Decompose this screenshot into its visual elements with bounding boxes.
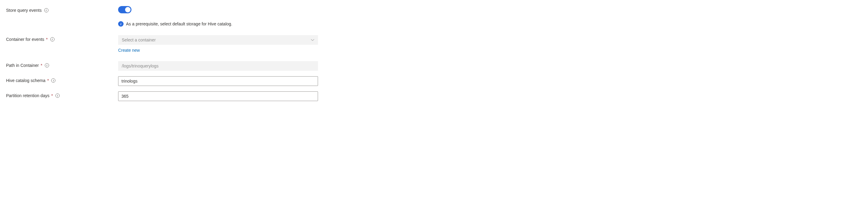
label-hive-catalog-schema: Hive catalog schema * i <box>6 76 118 83</box>
row-path-in-container: Path in Container * i /logs/trinoquerylo… <box>6 61 862 71</box>
label-text: Store query events <box>6 8 42 13</box>
required-asterisk: * <box>46 37 48 42</box>
control-hive-catalog-schema <box>118 76 318 86</box>
label-text: Hive catalog schema <box>6 78 45 83</box>
create-new-link[interactable]: Create new <box>118 48 318 53</box>
required-asterisk: * <box>47 78 49 83</box>
label-store-query-events: Store query events i <box>6 6 118 13</box>
control-store-query-events: i As a prerequisite, select default stor… <box>118 6 318 27</box>
toggle-store-query-events[interactable] <box>118 6 131 13</box>
container-select-placeholder: Select a container <box>122 37 156 42</box>
container-select[interactable]: Select a container <box>118 35 318 45</box>
required-asterisk: * <box>51 93 53 98</box>
prerequisite-text: As a prerequisite, select default storag… <box>126 22 232 26</box>
label-text: Partition retention days <box>6 93 50 98</box>
required-asterisk: * <box>40 63 42 68</box>
info-icon[interactable]: i <box>44 8 49 12</box>
partition-retention-days-input[interactable] <box>118 91 318 101</box>
prerequisite-message: i As a prerequisite, select default stor… <box>118 21 318 27</box>
info-icon[interactable]: i <box>50 37 55 41</box>
info-badge-icon: i <box>118 21 124 27</box>
path-placeholder: /logs/trinoquerylogs <box>122 64 158 68</box>
info-icon[interactable]: i <box>45 63 49 67</box>
row-store-query-events: Store query events i i As a prerequisite… <box>6 6 862 27</box>
info-icon[interactable]: i <box>55 94 60 98</box>
toggle-knob <box>125 7 130 12</box>
hive-catalog-schema-input[interactable] <box>118 76 318 86</box>
label-path-in-container: Path in Container * i <box>6 61 118 68</box>
row-container-for-events: Container for events * i Select a contai… <box>6 35 862 53</box>
label-text: Path in Container <box>6 63 39 68</box>
label-partition-retention-days: Partition retention days * i <box>6 91 118 98</box>
row-partition-retention-days: Partition retention days * i <box>6 91 862 101</box>
control-path-in-container: /logs/trinoquerylogs <box>118 61 318 71</box>
control-container-for-events: Select a container Create new <box>118 35 318 53</box>
chevron-down-icon <box>311 38 314 42</box>
row-hive-catalog-schema: Hive catalog schema * i <box>6 76 862 86</box>
label-container-for-events: Container for events * i <box>6 35 118 42</box>
path-in-container-input[interactable]: /logs/trinoquerylogs <box>118 61 318 71</box>
info-icon[interactable]: i <box>51 78 55 83</box>
label-text: Container for events <box>6 37 44 42</box>
control-partition-retention-days <box>118 91 318 101</box>
